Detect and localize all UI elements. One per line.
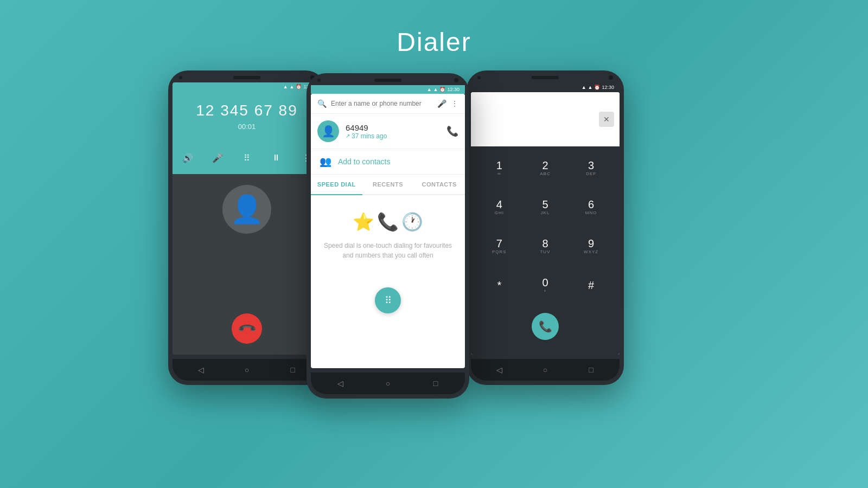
signal-icon-right: ▲ <box>588 85 593 90</box>
signal-icon-left: ▲ <box>290 84 295 89</box>
phone-screen-left: ▲ ▲ ⏰ 12:30 12 345 67 89 00:01 🔊 🎤 ⠿ ⏸ ⋮ <box>173 82 321 355</box>
back-btn-center[interactable]: ◁ <box>332 378 348 389</box>
center-screen-content: 🔍 🎤 ⋮ 👤 64949 ↗ <box>311 94 465 368</box>
voice-search-icon[interactable]: 🎤 <box>437 99 446 108</box>
key-6[interactable]: 6 MNO <box>576 196 607 219</box>
key-0[interactable]: 0 + <box>529 274 561 297</box>
speed-dial-icons: ⭐ 📞 🕐 <box>353 211 423 232</box>
dialpad-row-2: 4 GHI 5 JKL 6 MNO <box>476 196 614 219</box>
phone-icon-speed: 📞 <box>377 211 399 232</box>
phone-top-bar-right <box>467 70 624 82</box>
home-btn-left[interactable]: ○ <box>239 364 255 375</box>
tab-speed-dial[interactable]: SPEED DIAL <box>311 175 362 194</box>
key-1[interactable]: 1 ∞ <box>483 157 515 179</box>
page-title: Dialer <box>397 27 471 57</box>
add-contact-icon: 👥 <box>320 156 331 168</box>
key-7[interactable]: 7 PQRS <box>483 235 515 258</box>
right-screen-content: ✕ 1 ∞ 2 ABC <box>471 92 620 355</box>
home-btn-right[interactable]: ○ <box>537 364 553 375</box>
status-bar-right: ▲ ▲ ⏰ 12:30 <box>471 82 620 92</box>
call-timer: 00:01 <box>183 123 310 131</box>
key-5[interactable]: 5 JKL <box>529 196 561 219</box>
dialpad-fab-icon: ⠿ <box>385 294 392 306</box>
key-star[interactable]: * <box>483 274 515 297</box>
status-bar-left: ▲ ▲ ⏰ 12:30 <box>173 82 321 91</box>
call-icon-dialpad: 📞 <box>539 320 552 333</box>
tabs-row: SPEED DIAL RECENTS CONTACTS <box>311 175 465 195</box>
more-options-icon[interactable]: ⋮ <box>451 99 458 108</box>
contact-avatar-left: 👤 <box>222 185 271 234</box>
add-contact-label: Add to contacts <box>338 157 391 166</box>
wifi-icon-center: ▲ <box>427 87 432 92</box>
recent-time-text: 37 mins ago <box>352 132 387 140</box>
speaker-dot-left <box>179 76 182 79</box>
call-back-icon[interactable]: 📞 <box>446 125 458 137</box>
dialpad-display: ✕ <box>471 92 620 146</box>
key-8[interactable]: 8 TUV <box>529 235 561 258</box>
time-center: 12:30 <box>447 87 459 92</box>
recents-btn-right[interactable]: □ <box>583 364 599 375</box>
dialpad-row-4: * 0 + # <box>476 274 614 297</box>
dialpad-row-3: 7 PQRS 8 TUV 9 WXYZ <box>476 235 614 258</box>
phone-screen-center: 🔍 🎤 ⋮ 👤 64949 ↗ <box>311 94 465 368</box>
empty-right <box>583 313 614 340</box>
tab-contacts[interactable]: CONTACTS <box>413 175 465 194</box>
speaker-grille-right <box>532 76 559 79</box>
alarm-icon-right: ⏰ <box>594 85 600 90</box>
dialpad-row-1: 1 ∞ 2 ABC 3 DEF <box>476 157 614 179</box>
mute-btn[interactable]: 🎤 <box>208 148 226 168</box>
star-icon: ⭐ <box>353 211 374 232</box>
recent-info: 64949 ↗ 37 mins ago <box>346 123 440 140</box>
dialpad-btn[interactable]: ⠿ <box>238 148 256 168</box>
call-number: 12 345 67 89 <box>183 102 310 119</box>
key-3[interactable]: 3 DEF <box>576 157 607 179</box>
alarm-icon-center: ⏰ <box>439 87 445 92</box>
dialpad-grid: 1 ∞ 2 ABC 3 DEF <box>471 146 620 355</box>
phone-screen-right: ✕ 1 ∞ 2 ABC <box>471 92 620 355</box>
call-body: 👤 📞 <box>173 174 321 355</box>
key-2[interactable]: 2 ABC <box>529 157 561 179</box>
back-btn-left[interactable]: ◁ <box>193 364 209 375</box>
empty-left <box>476 313 508 340</box>
recent-result: 👤 64949 ↗ 37 mins ago 📞 <box>311 114 465 149</box>
clock-icon: 🕐 <box>401 211 423 232</box>
speaker-btn[interactable]: 🔊 <box>179 148 196 168</box>
camera-dot-center <box>454 78 458 82</box>
recent-number: 64949 <box>346 123 440 132</box>
nav-bar-left: ◁ ○ □ <box>173 359 321 381</box>
search-bar[interactable]: 🔍 🎤 ⋮ <box>311 94 465 114</box>
end-call-button[interactable]: 📞 <box>232 313 262 344</box>
dialpad-call-button[interactable]: 📞 <box>532 313 559 340</box>
dialpad-call-row: 📞 <box>476 313 614 340</box>
dialpad-clear-button[interactable]: ✕ <box>599 112 614 127</box>
time-right: 12:30 <box>602 85 614 90</box>
home-btn-center[interactable]: ○ <box>380 378 396 389</box>
dial-fab-button[interactable]: ⠿ <box>375 287 401 313</box>
key-hash[interactable]: # <box>576 274 607 297</box>
speed-dial-description: Speed dial is one-touch dialing for favo… <box>324 241 452 260</box>
phone-center: ▲ ▲ ⏰ 12:30 🔍 🎤 ⋮ <box>307 73 469 399</box>
key-4[interactable]: 4 GHI <box>483 196 515 219</box>
recent-time: ↗ 37 mins ago <box>346 132 440 140</box>
wifi-icon-left: ▲ <box>283 84 288 89</box>
search-icon: 🔍 <box>317 99 327 108</box>
back-btn-right[interactable]: ◁ <box>491 364 507 375</box>
recents-btn-left[interactable]: □ <box>285 364 301 375</box>
add-contact-row[interactable]: 👥 Add to contacts <box>311 149 465 175</box>
nav-bar-center: ◁ ○ □ <box>311 373 465 394</box>
recents-btn-center[interactable]: □ <box>427 378 444 389</box>
speaker-grille-left <box>233 76 260 79</box>
search-input[interactable] <box>331 100 433 107</box>
hold-btn[interactable]: ⏸ <box>267 148 285 168</box>
speaker-grille-center <box>374 79 401 82</box>
call-actions: 🔊 🎤 ⠿ ⏸ ⋮ <box>173 142 321 174</box>
nav-bar-right: ◁ ○ □ <box>471 359 620 381</box>
key-9[interactable]: 9 WXYZ <box>576 235 607 258</box>
speed-dial-empty: ⭐ 📞 🕐 Speed dial is one-touch dialing fo… <box>311 195 465 277</box>
end-call-icon: 📞 <box>237 318 257 338</box>
phone-left: ▲ ▲ ⏰ 12:30 12 345 67 89 00:01 🔊 🎤 ⠿ ⏸ ⋮ <box>168 70 326 385</box>
tab-recents[interactable]: RECENTS <box>362 175 414 194</box>
call-direction-icon: ↗ <box>346 133 350 139</box>
avatar-icon-left: 👤 <box>230 196 264 223</box>
wifi-icon-right: ▲ <box>582 85 586 90</box>
